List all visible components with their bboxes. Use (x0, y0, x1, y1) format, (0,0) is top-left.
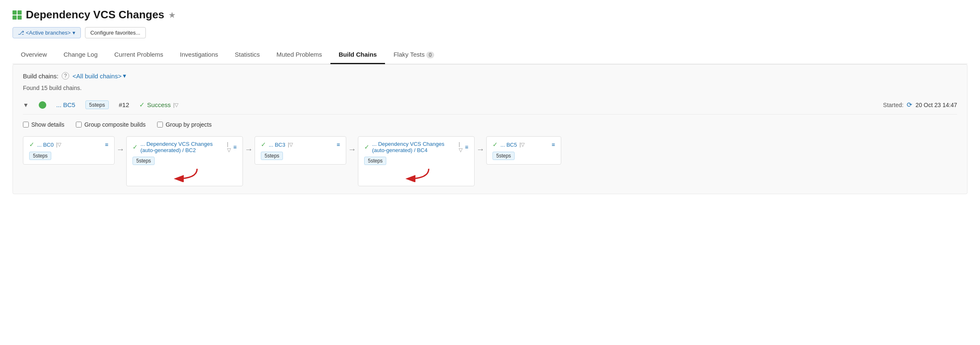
card-bc2: ✓ ... Dependency VCS Changes (auto-gener… (126, 136, 243, 186)
configure-favorites-button[interactable]: Configure favorites... (85, 27, 146, 38)
card-bc3: ✓ ... BC3 |▽ ≡ 5steps (255, 136, 346, 165)
card-bc0-success-icon: ✓ (29, 141, 35, 148)
card-bc0-header: ✓ ... BC0 |▽ ≡ (29, 141, 108, 148)
help-icon[interactable]: ? (62, 72, 69, 80)
build-number: #12 (119, 101, 129, 108)
options-row: Show details Group composite builds Grou… (23, 115, 957, 134)
show-details-label: Show details (31, 121, 64, 128)
card-bc2-dropdown[interactable]: |▽ (227, 141, 231, 153)
started-label: Started: (883, 102, 903, 108)
tab-muted-problems[interactable]: Muted Problems (268, 46, 330, 64)
status-text: Success (147, 101, 171, 108)
card-bc2-name[interactable]: ... Dependency VCS Changes (auto-generat… (140, 141, 225, 153)
found-text: Found 15 build chains. (23, 85, 957, 91)
group-projects-checkbox[interactable] (157, 122, 163, 128)
card-bc4-header: ✓ ... Dependency VCS Changes (auto-gener… (364, 141, 468, 153)
card-bc4-steps[interactable]: 5steps (364, 157, 386, 165)
show-details-checkbox[interactable] (23, 122, 29, 128)
all-build-chains-link[interactable]: <All build chains> ▾ (72, 72, 126, 80)
card-bc2-steps[interactable]: 5steps (132, 157, 155, 165)
show-details-option[interactable]: Show details (23, 121, 64, 128)
card-bc5: ✓ ... BC5 |▽ ≡ 5steps (486, 136, 561, 165)
card-bc0-name[interactable]: ... BC0 (37, 142, 54, 148)
filter-label: Build chains: (23, 72, 58, 80)
chevron-down-icon: ▾ (123, 72, 126, 80)
card-bc5-steps[interactable]: 5steps (492, 152, 515, 160)
steps-badge[interactable]: 5steps (85, 100, 109, 109)
arrow-connector-3: → (346, 145, 358, 154)
status-dot-success (39, 101, 46, 109)
refresh-icon[interactable]: ⟳ (907, 101, 912, 109)
page-header: Dependency VCS Changes ★ (12, 8, 968, 21)
card-bc2-log-icon[interactable]: ≡ (233, 144, 237, 150)
card-bc3-steps[interactable]: 5steps (261, 152, 283, 160)
card-bc5-name[interactable]: ... BC5 (500, 142, 517, 148)
build-status: ✓ Success |▽ (139, 101, 178, 109)
started-info: Started: ⟳ 20 Oct 23 14:47 (883, 101, 957, 109)
card-bc5-success-icon: ✓ (492, 141, 498, 148)
build-chain-name[interactable]: ... BC5 (56, 101, 75, 108)
group-composite-checkbox[interactable] (76, 122, 82, 128)
card-bc4-dropdown[interactable]: |▽ (459, 141, 462, 153)
group-composite-label: Group composite builds (84, 121, 145, 128)
build-chains-filter: Build chains: ? <All build chains> ▾ (23, 72, 957, 80)
card-bc4: ✓ ... Dependency VCS Changes (auto-gener… (358, 136, 475, 186)
red-arrow-bc4 (400, 167, 433, 183)
tab-current-problems[interactable]: Current Problems (106, 46, 172, 64)
content-area: Build chains: ? <All build chains> ▾ Fou… (12, 64, 968, 194)
branch-icon: ⎇ (18, 30, 24, 36)
flaky-tests-badge: 0 (426, 52, 434, 58)
card-bc2-success-icon: ✓ (132, 143, 138, 151)
card-bc4-success-icon: ✓ (364, 143, 370, 151)
toolbar: ⎇ <Active branches> ▾ Configure favorite… (12, 27, 968, 38)
cards-container: ✓ ... BC0 |▽ ≡ 5steps → ✓ ... Dependency… (23, 136, 957, 186)
card-bc5-log-icon[interactable]: ≡ (552, 141, 555, 148)
card-bc0-dropdown[interactable]: |▽ (56, 142, 61, 148)
card-bc3-log-icon[interactable]: ≡ (337, 141, 340, 148)
card-bc3-name[interactable]: ... BC3 (269, 142, 285, 148)
chevron-down-icon: ▾ (72, 30, 75, 36)
tab-investigations[interactable]: Investigations (172, 46, 227, 64)
group-projects-label: Group by projects (165, 121, 212, 128)
star-icon[interactable]: ★ (168, 10, 176, 20)
card-bc0-steps[interactable]: 5steps (29, 152, 51, 160)
card-bc5-dropdown[interactable]: |▽ (520, 142, 525, 148)
arrow-connector-4: → (475, 145, 486, 154)
card-bc0-log-icon[interactable]: ≡ (105, 141, 108, 148)
grid-icon (12, 10, 22, 20)
branch-label: <Active branches> (26, 30, 71, 36)
tab-overview[interactable]: Overview (12, 46, 55, 64)
status-dropdown-icon[interactable]: |▽ (173, 102, 178, 108)
started-date: 20 Oct 23 14:47 (915, 102, 957, 108)
tab-statistics[interactable]: Statistics (227, 46, 268, 64)
card-bc5-header: ✓ ... BC5 |▽ ≡ (492, 141, 555, 148)
arrow-connector-1: → (115, 145, 126, 154)
group-composite-option[interactable]: Group composite builds (76, 121, 145, 128)
card-bc3-success-icon: ✓ (261, 141, 266, 148)
card-bc4-name[interactable]: ... Dependency VCS Changes (auto-generat… (372, 141, 456, 153)
group-projects-option[interactable]: Group by projects (157, 121, 212, 128)
success-icon: ✓ (139, 101, 145, 109)
nav-tabs: Overview Change Log Current Problems Inv… (12, 46, 968, 64)
build-chain-row: ▼ ... BC5 5steps #12 ✓ Success |▽ Starte… (23, 95, 957, 115)
expand-chevron[interactable]: ▼ (23, 102, 29, 108)
arrow-connector-2: → (243, 145, 255, 154)
card-bc2-header: ✓ ... Dependency VCS Changes (auto-gener… (132, 141, 237, 153)
tab-changelog[interactable]: Change Log (55, 46, 106, 64)
card-bc4-log-icon[interactable]: ≡ (465, 144, 468, 150)
card-bc3-header: ✓ ... BC3 |▽ ≡ (261, 141, 340, 148)
branch-selector[interactable]: ⎇ <Active branches> ▾ (12, 27, 81, 38)
red-arrow-bc2 (168, 167, 201, 183)
page-title: Dependency VCS Changes (26, 8, 164, 21)
tab-build-chains[interactable]: Build Chains (330, 46, 385, 64)
card-bc3-dropdown[interactable]: |▽ (288, 142, 293, 148)
tab-flaky-tests[interactable]: Flaky Tests0 (385, 46, 442, 64)
card-bc0: ✓ ... BC0 |▽ ≡ 5steps (23, 136, 115, 165)
